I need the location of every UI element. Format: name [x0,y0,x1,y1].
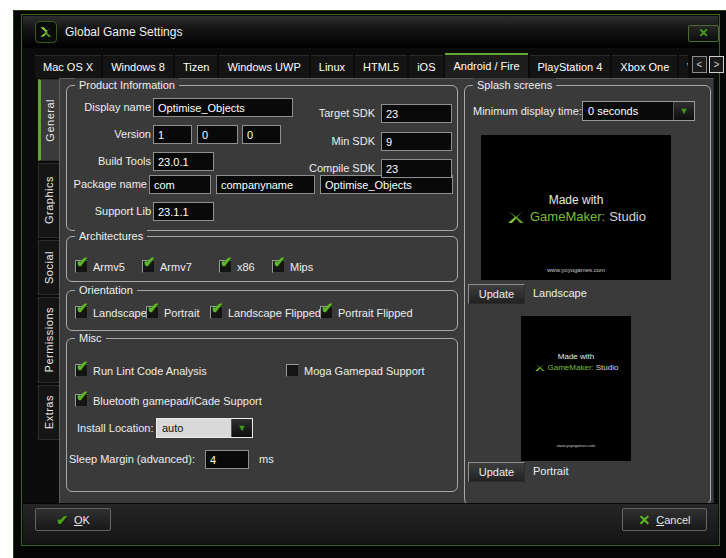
check-icon: ✔ [273,254,286,269]
checkbox-portrait-flipped[interactable]: ✔ Portrait Flipped [320,305,413,320]
cancel-button[interactable]: ✕ Cancel [622,508,707,531]
platform-tab-xbox-one[interactable]: Xbox One [612,55,677,78]
version-label: Version [69,128,151,140]
checkbox-box: ✔ [75,364,88,377]
platform-tab-ios[interactable]: iOS [409,55,443,78]
landscape-splash-preview: Made with GameMaker: Studio www.yoyogame… [481,135,671,280]
checkbox-run-lint[interactable]: ✔ Run Lint Code Analysis [75,363,207,378]
scroll-left-icon: < [697,59,703,70]
checkbox-moga-gamepad[interactable]: Moga Gamepad Support [286,363,424,378]
checkbox-box: ✔ [142,260,155,273]
splash-url-text: www.yoyogames.com [521,443,631,448]
platform-tab-playstation-4[interactable]: PlayStation 4 [530,55,611,78]
splash-brand-green: GameMaker: [548,363,594,372]
platform-tab-bar: Mac OS X Windows 8 Tizen Windows UWP Lin… [35,52,688,78]
version-major-input[interactable] [153,125,192,144]
platform-tab-tizen[interactable]: Tizen [175,55,218,78]
platform-tab-mac-os-x[interactable]: Mac OS X [35,55,101,78]
compile-sdk-input[interactable] [381,159,452,178]
check-icon: ✔ [76,300,89,315]
checkbox-bluetooth-gamepad[interactable]: ✔ Bluetooth gamepad/iCade Support [75,393,262,408]
check-icon: ✔ [321,300,334,315]
category-tab-strip: General Graphics Social Permissions Extr… [38,79,59,440]
cancel-label: Cancel [656,514,690,526]
checkbox-armv5[interactable]: ✔ Armv5 [75,259,125,274]
platform-tab-android-fire[interactable]: Android / Fire [445,53,527,78]
update-landscape-button[interactable]: Update [468,284,525,304]
install-location-dropdown[interactable]: auto ▼ [156,418,253,438]
platform-tab-windows-phone[interactable]: Windows P [679,55,688,78]
version-minor-input[interactable] [197,125,238,144]
orientation-group: Orientation ✔ Landscape ✔ Portrait ✔ Lan… [66,290,458,331]
side-tab-social[interactable]: Social [38,240,59,295]
splash-logo-icon [534,363,546,372]
checkbox-portrait[interactable]: ✔ Portrait [146,305,199,320]
splash-brand-rest: Studio [596,363,619,372]
sleep-margin-label: Sleep Margin (advanced): [69,453,195,465]
platform-tab-windows-uwp[interactable]: Windows UWP [219,55,308,78]
side-tab-general[interactable]: General [38,79,59,161]
ok-button[interactable]: ✔ OK [35,508,111,531]
portrait-splash-preview: Made with GameMaker: Studio www.yoyogame… [521,316,631,461]
global-game-settings-window: Global Game Settings ✕ Mac OS X Windows … [21,14,720,546]
product-information-group: Product Information Display name Version… [66,85,458,231]
check-icon: ✔ [147,300,160,315]
group-title: Misc [75,331,106,345]
checkbox-mips[interactable]: ✔ Mips [272,259,313,274]
support-lib-input[interactable] [153,202,214,221]
title-bar[interactable]: Global Game Settings ✕ [23,16,718,48]
checkbox-box: ✔ [219,260,232,273]
group-title: Splash screens [473,78,556,92]
min-sdk-input[interactable] [381,132,452,151]
platform-tab-html5[interactable]: HTML5 [355,55,407,78]
tab-scroll-right-button[interactable]: > [709,56,724,73]
checkbox-box: ✔ [272,260,285,273]
check-icon: ✔ [76,388,89,403]
min-display-time-dropdown[interactable]: 0 seconds ▼ [582,101,695,121]
architectures-group: Architectures ✔ Armv5 ✔ Armv7 ✔ x86 ✔ Mi… [66,236,458,282]
dropdown-arrow-icon: ▼ [231,419,252,437]
min-sdk-label: Min SDK [267,135,375,147]
package-name-label: Package name [67,178,147,190]
footer-bar: ✔ OK ✕ Cancel [23,503,718,544]
checkbox-armv7[interactable]: ✔ Armv7 [142,259,192,274]
checkbox-box: ✔ [75,306,88,319]
min-display-time-label: Minimum display time: [473,105,582,117]
tab-scroll-left-button[interactable]: < [692,56,707,73]
package-company-input[interactable] [216,175,315,194]
check-icon: ✔ [76,254,89,269]
platform-tab-windows-8[interactable]: Windows 8 [103,55,173,78]
side-tab-graphics[interactable]: Graphics [38,163,59,238]
misc-group: Misc ✔ Run Lint Code Analysis Moga Gamep… [66,338,458,492]
platform-tab-linux[interactable]: Linux [311,55,353,78]
checkbox-x86[interactable]: ✔ x86 [219,259,255,274]
checkbox-landscape[interactable]: ✔ Landscape [75,305,147,320]
close-icon: ✕ [698,26,708,40]
side-tab-extras[interactable]: Extras [38,385,59,440]
check-icon: ✔ [220,254,233,269]
target-sdk-input[interactable] [381,104,452,123]
group-title: Architectures [75,229,147,243]
check-icon: ✔ [211,300,224,315]
splash-screens-group: Splash screens Minimum display time: 0 s… [464,85,711,505]
sleep-margin-unit: ms [259,453,274,465]
compile-sdk-label: Compile SDK [267,162,375,174]
checkbox-box: ✔ [146,306,159,319]
target-sdk-label: Target SDK [267,107,375,119]
gamemaker-logo-icon [35,21,57,43]
checkbox-landscape-flipped[interactable]: ✔ Landscape Flipped [210,305,321,320]
update-portrait-button[interactable]: Update [468,462,525,482]
checkbox-box: ✔ [75,260,88,273]
general-settings-panel: Product Information Display name Version… [59,78,714,505]
package-domain-input[interactable] [149,175,211,194]
splash-made-with-text: Made with [481,193,671,207]
side-tab-permissions[interactable]: Permissions [38,297,59,383]
check-icon: ✔ [76,358,89,373]
splash-logo-icon [506,210,526,224]
dropdown-arrow-icon: ▼ [673,102,694,120]
checkbox-box: ✔ [210,306,223,319]
install-location-label: Install Location: [77,422,153,434]
sleep-margin-input[interactable] [205,450,249,469]
build-tools-input[interactable] [153,152,214,171]
close-button[interactable]: ✕ [688,25,719,42]
